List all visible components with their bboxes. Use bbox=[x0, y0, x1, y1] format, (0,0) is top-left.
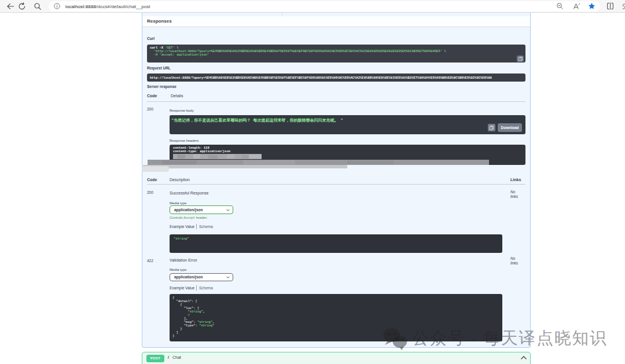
svg-text:公众号 · 每天译点晓知识: 公众号 · 每天译点晓知识 bbox=[412, 329, 608, 347]
